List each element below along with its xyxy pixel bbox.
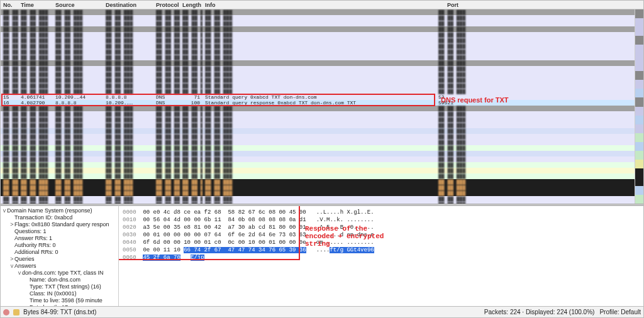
table-row[interactable]: ██ ██ █████ ██ █████ ██ █████ ██ █████ █… bbox=[1, 173, 635, 179]
col-port[interactable]: Port bbox=[445, 2, 643, 8]
minimap-scrollbar[interactable] bbox=[635, 9, 643, 204]
table-row[interactable]: ██ ██ █████ ██ █████ ██ █████ ██ █████ █… bbox=[1, 9, 635, 15]
table-row[interactable]: ██ ██ █████ ██ █████ ██ █████ ██ █████ █… bbox=[1, 151, 635, 156]
packet-list-header: No. Time Source Destination Protocol Len… bbox=[1, 1, 643, 9]
table-row[interactable]: ██ ██ █████ ██ █████ ██ █████ ██ █████ █… bbox=[1, 60, 635, 66]
table-row[interactable]: ██ ██ █████ ██ █████ ██ █████ ██ █████ █… bbox=[1, 32, 635, 38]
warning-indicator-icon[interactable] bbox=[13, 309, 19, 315]
table-row[interactable]: ██ ██ █████ ██ █████ ██ █████ ██ █████ █… bbox=[1, 77, 635, 83]
table-row[interactable]: ██ ██ █████ ██ █████ ██ █████ ██ █████ █… bbox=[1, 38, 635, 43]
col-info[interactable]: Info bbox=[203, 2, 445, 8]
col-src[interactable]: Source bbox=[53, 2, 103, 8]
hex-row[interactable]: 0000 00 e0 4c d8 ce ea f2 68 58 82 67 6c… bbox=[123, 209, 640, 216]
tree-node[interactable]: vDomain Name System (response) bbox=[1, 207, 118, 214]
expander-icon[interactable]: > bbox=[9, 256, 14, 263]
table-row[interactable]: ██ ██ █████ ██ █████ ██ █████ ██ █████ █… bbox=[1, 83, 635, 89]
statusbar: Bytes 84-99: TXT (dns.txt) Packets: 224 … bbox=[1, 306, 643, 317]
table-row[interactable]: ██ ██ █████ ██ █████ ██ █████ ██ █████ █… bbox=[1, 117, 635, 123]
col-dst[interactable]: Destination bbox=[103, 2, 153, 8]
expander-icon[interactable]: > bbox=[9, 221, 14, 228]
expander-icon[interactable]: v bbox=[2, 207, 7, 214]
tree-node[interactable]: Transaction ID: 0xabcd bbox=[1, 214, 118, 221]
table-row[interactable]: ██ ██ █████ ██ █████ ██ █████ ██ █████ █… bbox=[1, 15, 635, 21]
table-row[interactable]: ██ ██ █████ ██ █████ ██ █████ ██ █████ █… bbox=[1, 128, 635, 134]
status-profile[interactable]: Profile: Default bbox=[599, 309, 641, 315]
hex-row[interactable]: 0040 6f 6d 00 00 10 00 01 c0 0c 00 10 00… bbox=[123, 239, 640, 246]
table-row[interactable]: ██ ██ █████ ██ █████ ██ █████ ██ █████ █… bbox=[1, 26, 635, 32]
col-no[interactable]: No. bbox=[1, 2, 18, 8]
packet-list[interactable]: ██ ██ █████ ██ █████ ██ █████ ██ █████ █… bbox=[1, 9, 643, 204]
table-row[interactable]: ██ ██ █████ ██ █████ ██ █████ ██ █████ █… bbox=[1, 202, 635, 204]
table-row[interactable]: ██ ██ █████ ██ █████ ██ █████ ██ █████ █… bbox=[1, 140, 635, 145]
error-indicator-icon[interactable] bbox=[3, 309, 9, 315]
tree-node[interactable]: >Flags: 0x8180 Standard query respon bbox=[1, 221, 118, 228]
hex-row[interactable]: 0050 0e 00 11 10 66 74 2f 67 47 47 74 34… bbox=[123, 246, 640, 254]
tree-node[interactable]: Questions: 1 bbox=[1, 228, 118, 235]
table-row[interactable]: ██ ██ █████ ██ █████ ██ █████ ██ █████ █… bbox=[1, 156, 635, 162]
table-row[interactable]: ██ ██ █████ ██ █████ ██ █████ ██ █████ █… bbox=[1, 185, 635, 190]
table-row[interactable]: ██ ██ █████ ██ █████ ██ █████ ██ █████ █… bbox=[1, 43, 635, 49]
table-row[interactable]: ██ ██ █████ ██ █████ ██ █████ ██ █████ █… bbox=[1, 66, 635, 72]
packet-details-tree[interactable]: vDomain Name System (response)Transactio… bbox=[1, 206, 119, 306]
hex-row[interactable]: 0010 00 56 04 4d 00 00 6b 11 84 0b 08 08… bbox=[123, 216, 640, 224]
table-row[interactable]: ██ ██ █████ ██ █████ ██ █████ ██ █████ █… bbox=[1, 196, 635, 202]
table-row[interactable]: 154.06174110.209.…448.8.8.8DNS71Standard… bbox=[1, 94, 635, 100]
tree-node[interactable]: Answer RRs: 1 bbox=[1, 235, 118, 242]
table-row[interactable]: ██ ██ █████ ██ █████ ██ █████ ██ █████ █… bbox=[1, 106, 635, 111]
hex-row[interactable]: 0060 45 2f 6a 70 E/jp bbox=[123, 254, 640, 261]
col-len[interactable]: Length bbox=[180, 2, 203, 8]
hex-bytes-pane[interactable]: 0000 00 e0 4c d8 ce ea f2 68 58 82 67 6c… bbox=[119, 206, 643, 306]
table-row[interactable]: ██ ██ █████ ██ █████ ██ █████ ██ █████ █… bbox=[1, 179, 635, 185]
status-packets: Packets: 224 · Displayed: 224 (100.0%) bbox=[484, 309, 595, 315]
expander-icon[interactable]: v bbox=[9, 263, 14, 270]
status-field-text: Bytes 84-99: TXT (dns.txt) bbox=[23, 309, 96, 315]
table-row[interactable]: ██ ██ █████ ██ █████ ██ █████ ██ █████ █… bbox=[1, 168, 635, 173]
expander-icon[interactable]: v bbox=[17, 270, 22, 277]
tree-node[interactable]: Additional RRs: 0 bbox=[1, 249, 118, 256]
tree-node[interactable]: Class: IN (0x0001) bbox=[1, 290, 118, 297]
table-row[interactable]: ██ ██ █████ ██ █████ ██ █████ ██ █████ █… bbox=[1, 123, 635, 128]
table-row[interactable]: ██ ██ █████ ██ █████ ██ █████ ██ █████ █… bbox=[1, 145, 635, 151]
hex-row[interactable]: 0030 00 01 00 00 00 00 07 64 6f 6e 2d 64… bbox=[123, 231, 640, 239]
table-row[interactable]: ██ ██ █████ ██ █████ ██ █████ ██ █████ █… bbox=[1, 134, 635, 140]
tree-node[interactable]: vAnswers bbox=[1, 263, 118, 270]
col-proto[interactable]: Protocol bbox=[153, 2, 180, 8]
tree-node[interactable]: Name: don-dns.com bbox=[1, 277, 118, 283]
tree-node[interactable]: Time to live: 3598 (59 minute bbox=[1, 297, 118, 304]
table-row[interactable]: ██ ██ █████ ██ █████ ██ █████ ██ █████ █… bbox=[1, 72, 635, 77]
tree-node[interactable]: >Queries bbox=[1, 256, 118, 263]
table-row[interactable]: ██ ██ █████ ██ █████ ██ █████ ██ █████ █… bbox=[1, 190, 635, 196]
table-row[interactable]: 164.0827908.8.8.810.209.……DNS100Standard… bbox=[1, 100, 635, 106]
table-row[interactable]: ██ ██ █████ ██ █████ ██ █████ ██ █████ █… bbox=[1, 111, 635, 117]
table-row[interactable]: ██ ██ █████ ██ █████ ██ █████ ██ █████ █… bbox=[1, 89, 635, 94]
tree-node[interactable]: vdon-dns.com: type TXT, class IN bbox=[1, 270, 118, 277]
tree-node[interactable]: Type: TXT (Text strings) (16) bbox=[1, 283, 118, 290]
tree-node[interactable]: Authority RRs: 0 bbox=[1, 242, 118, 249]
table-row[interactable]: ██ ██ █████ ██ █████ ██ █████ ██ █████ █… bbox=[1, 21, 635, 26]
col-time[interactable]: Time bbox=[18, 2, 53, 8]
table-row[interactable]: ██ ██ █████ ██ █████ ██ █████ ██ █████ █… bbox=[1, 162, 635, 168]
table-row[interactable]: ██ ██ █████ ██ █████ ██ █████ ██ █████ █… bbox=[1, 55, 635, 60]
table-row[interactable]: ██ ██ █████ ██ █████ ██ █████ ██ █████ █… bbox=[1, 49, 635, 55]
hex-row[interactable]: 0020 a3 5e 00 35 e8 81 00 42 a7 30 ab cd… bbox=[123, 224, 640, 231]
